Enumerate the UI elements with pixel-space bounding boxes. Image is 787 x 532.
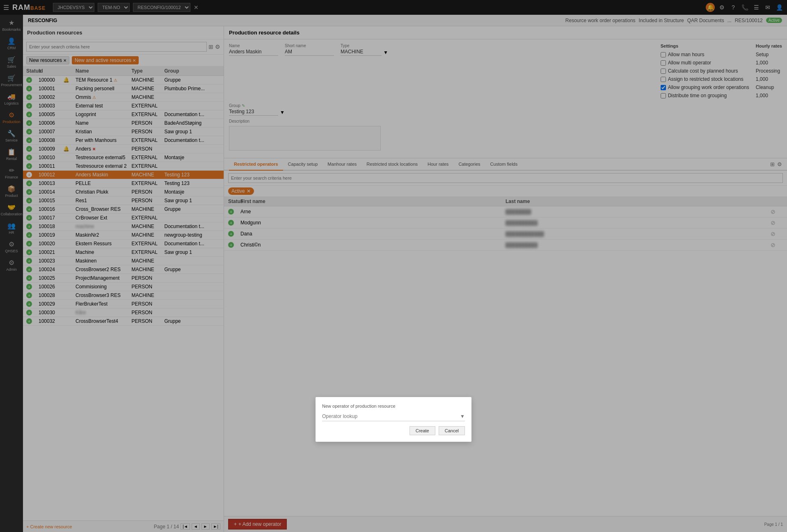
operator-lookup-input[interactable] bbox=[322, 412, 460, 421]
modal-title: New operator of production resource bbox=[322, 404, 465, 409]
modal-overlay: New operator of production resource ▼ Cr… bbox=[0, 0, 787, 532]
modal-box: New operator of production resource ▼ Cr… bbox=[316, 397, 471, 442]
lookup-dropdown-icon[interactable]: ▼ bbox=[460, 413, 465, 419]
modal-create-button[interactable]: Create bbox=[410, 426, 435, 435]
modal-btn-row: Create Cancel bbox=[322, 426, 465, 435]
modal-select-row: ▼ bbox=[322, 412, 465, 421]
modal-cancel-button[interactable]: Cancel bbox=[439, 426, 465, 435]
